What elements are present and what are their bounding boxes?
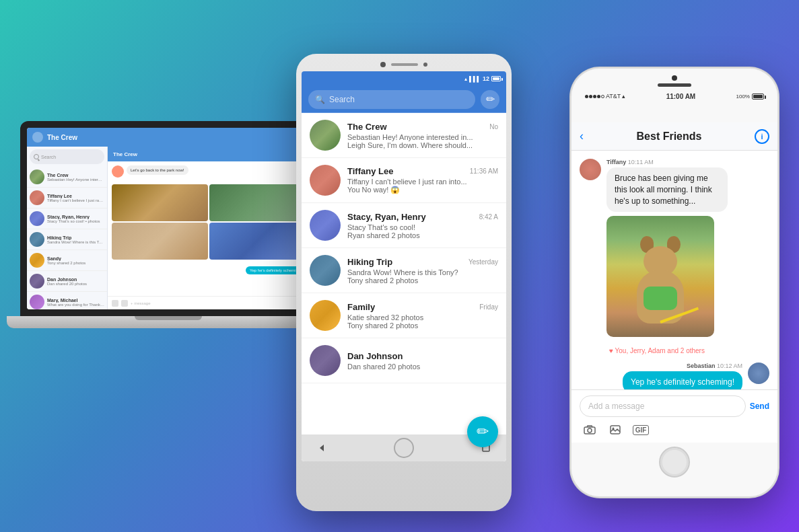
laptop-avatar-crew bbox=[30, 169, 44, 184]
android-item-preview1-hiking: Sandra Wow! Where is this Tony? bbox=[347, 268, 498, 276]
iphone-photo-icon[interactable] bbox=[608, 422, 623, 437]
iphone-input-area: Add a message Send GIF bbox=[571, 389, 777, 443]
android-item-name-tiffany: Tiffany Lee bbox=[347, 166, 393, 176]
android-conversation-list: The Crew No Sebastian Hey! Anyone intere… bbox=[302, 113, 506, 434]
android-item-content-dan: Dan Johnson Dan shared 20 photos bbox=[347, 351, 498, 371]
iphone-msg-content-sebastian: Sebastian 10:12 AM Yep he's definitely s… bbox=[623, 363, 742, 389]
iphone-back-chevron-icon: ‹ bbox=[580, 129, 584, 143]
laptop-photo-cat bbox=[112, 223, 208, 260]
android-avatar-tiffany bbox=[310, 165, 341, 196]
android-item-content-family: Family Friday Katie shared 32 photos Ton… bbox=[347, 302, 498, 330]
laptop-sidebar-item-mary[interactable]: Mary, Michael What are you doing for Tha… bbox=[27, 292, 107, 309]
laptop-search-text: Search bbox=[41, 155, 56, 159]
laptop-sidebar-item-hiking[interactable]: Hiking Trip Sandra Wow! Where is this To… bbox=[27, 229, 107, 250]
laptop-footer-photo-icon[interactable] bbox=[121, 300, 128, 307]
iphone-camera bbox=[672, 75, 677, 81]
android-avatar-hiking bbox=[310, 255, 341, 286]
laptop-sidebar-item-crew[interactable]: The Crew Sebastian Hey! Anyone intereste… bbox=[27, 167, 107, 188]
android-item-top-crew: The Crew No bbox=[347, 122, 498, 132]
android-item-top-family: Family Friday bbox=[347, 302, 498, 312]
iphone-messages-container: Tiffany 10:11 AM Bruce has been giving m… bbox=[571, 151, 777, 389]
android-item-name-crew: The Crew bbox=[347, 122, 387, 132]
laptop-sidebar-item-stacy[interactable]: Stacy, Ryan, Henry Stacy That's so cool!… bbox=[27, 208, 107, 229]
android-item-content-tiffany: Tiffany Lee 11:36 AM Tiffany I can't bel… bbox=[347, 166, 498, 194]
android-search-bar: 🔍 Search ✏ bbox=[302, 86, 506, 113]
iphone-toolbar-icons: GIF bbox=[580, 422, 769, 437]
iphone-reactions-text: ♥ You, Jerry, Adam and 2 others bbox=[609, 347, 705, 354]
iphone-signal-dot-2 bbox=[589, 95, 592, 98]
laptop-avatar-dan bbox=[30, 274, 44, 289]
iphone-msg-bubble-sebastian: Yep he's definitely scheming! bbox=[623, 371, 742, 389]
android-search-input-field[interactable]: 🔍 Search bbox=[308, 90, 475, 109]
android-avatar-crew bbox=[310, 120, 341, 151]
iphone-message-input[interactable]: Add a message bbox=[580, 395, 746, 417]
iphone-bottom-bezel bbox=[571, 443, 777, 496]
laptop-item-msg-hiking: Sandra Wow! Where is this Tony? bbox=[47, 240, 104, 244]
laptop-item-text-mary: Mary, Michael What are you doing for Tha… bbox=[47, 298, 104, 307]
laptop-item-text-family: Sandy Tony shared 2 photos bbox=[47, 256, 104, 265]
laptop-photos-grid bbox=[112, 184, 306, 260]
laptop-body: Search The Crew Sebastian Hey! Anyone in… bbox=[27, 147, 310, 309]
android-item-preview1-crew: Sebastian Hey! Anyone interested in... bbox=[347, 133, 498, 141]
iphone-status-bar: AT&T ▴ 11:00 AM 100% bbox=[571, 89, 777, 103]
android-device: ▴ ▌▌▌ 12 🔍 Search ✏ bbox=[296, 54, 512, 511]
iphone-camera-icon[interactable] bbox=[582, 422, 597, 437]
laptop-item-msg-family: Tony shared 2 photos bbox=[47, 261, 104, 265]
laptop-chat-header-text: The Crew bbox=[113, 151, 137, 157]
laptop-sidebar-item-dan[interactable]: Dan Johnson Dan shared 20 photos bbox=[27, 271, 107, 292]
laptop-chat-input[interactable]: + message bbox=[131, 301, 306, 305]
laptop-item-name-dan: Dan Johnson bbox=[47, 277, 104, 282]
laptop-sidebar-item-tiffany[interactable]: Tiffany Lee Tiffany I can't believe I ju… bbox=[27, 188, 107, 208]
android-compose-button[interactable]: ✏ bbox=[481, 90, 499, 109]
android-item-name-dan: Dan Johnson bbox=[347, 351, 403, 361]
iphone-carrier-name: AT&T bbox=[606, 93, 621, 100]
iphone-msg-sender-sebastian: Sebastian 10:12 AM bbox=[623, 363, 742, 369]
iphone-msg-photo-dog bbox=[606, 216, 714, 337]
laptop-avatar-hiking bbox=[30, 232, 44, 247]
android-home-button[interactable] bbox=[394, 438, 414, 458]
iphone-back-button[interactable]: ‹ bbox=[580, 129, 584, 143]
iphone-info-button[interactable]: i bbox=[755, 129, 769, 144]
laptop-item-text-crew: The Crew Sebastian Hey! Anyone intereste… bbox=[47, 173, 104, 182]
laptop-search-bar[interactable]: Search bbox=[30, 149, 104, 164]
iphone-battery-pct: 100% bbox=[736, 93, 750, 100]
iphone-right-icons: 100% bbox=[736, 93, 764, 100]
laptop-item-msg-crew: Sebastian Hey! Anyone interested... bbox=[47, 178, 104, 182]
android-list-item-family[interactable]: Family Friday Katie shared 32 photos Ton… bbox=[302, 293, 506, 338]
android-item-top-dan: Dan Johnson bbox=[347, 351, 498, 361]
laptop-search-icon bbox=[34, 154, 39, 159]
laptop-item-text-tiffany: Tiffany Lee Tiffany I can't believe I ju… bbox=[47, 194, 104, 202]
android-list-item-tiffany[interactable]: Tiffany Lee 11:36 AM Tiffany I can't bel… bbox=[302, 158, 506, 203]
laptop-avatar-family bbox=[30, 253, 44, 268]
laptop-header-icon bbox=[32, 132, 43, 143]
android-item-name-family: Family bbox=[347, 302, 375, 312]
android-body: ▴ ▌▌▌ 12 🔍 Search ✏ bbox=[296, 54, 512, 511]
android-back-button[interactable] bbox=[315, 441, 328, 455]
android-list-item-stacy[interactable]: Stacy, Ryan, Henry 8:42 A Stacy That's s… bbox=[302, 203, 506, 248]
android-item-preview1-family: Katie shared 32 photos bbox=[347, 313, 498, 321]
iphone-msg-avatar-sebastian bbox=[748, 363, 769, 384]
iphone-input-placeholder: Add a message bbox=[588, 402, 644, 411]
android-list-item-dan[interactable]: Dan Johnson Dan shared 20 photos bbox=[302, 338, 506, 383]
laptop-footer-camera-icon[interactable] bbox=[112, 300, 118, 307]
laptop-photo-cell-3 bbox=[112, 223, 208, 260]
iphone-gif-icon[interactable]: GIF bbox=[633, 422, 648, 437]
android-battery-fill bbox=[493, 77, 499, 80]
android-item-top-stacy: Stacy, Ryan, Henry 8:42 A bbox=[347, 212, 498, 222]
android-item-top-tiffany: Tiffany Lee 11:36 AM bbox=[347, 166, 498, 176]
iphone-msg-row-sebastian: Sebastian 10:12 AM Yep he's definitely s… bbox=[580, 363, 769, 389]
iphone-carrier: AT&T ▴ bbox=[585, 93, 625, 100]
android-list-item-crew[interactable]: The Crew No Sebastian Hey! Anyone intere… bbox=[302, 113, 506, 158]
laptop-chat-bubble-leigh: Let's go back to the park now! bbox=[127, 165, 188, 178]
laptop-screen-outer: The Crew Search The Crew Sebastian Hey! … bbox=[20, 121, 316, 316]
iphone-nav-bar: ‹ Best Friends i bbox=[571, 122, 777, 151]
iphone-home-button[interactable] bbox=[659, 447, 690, 478]
iphone-send-button[interactable]: Send bbox=[750, 402, 769, 411]
laptop-item-name-family: Sandy bbox=[47, 256, 104, 261]
laptop-sidebar-item-family[interactable]: Sandy Tony shared 2 photos bbox=[27, 250, 107, 271]
android-list-item-hiking[interactable]: Hiking Trip Yesterday Sandra Wow! Where … bbox=[302, 248, 506, 293]
iphone-signal-dot-5 bbox=[601, 95, 604, 98]
android-wifi-icon: ▴ bbox=[464, 76, 467, 82]
android-item-content-stacy: Stacy, Ryan, Henry 8:42 A Stacy That's s… bbox=[347, 212, 498, 239]
android-compose-fab[interactable]: ✏ bbox=[467, 416, 498, 447]
